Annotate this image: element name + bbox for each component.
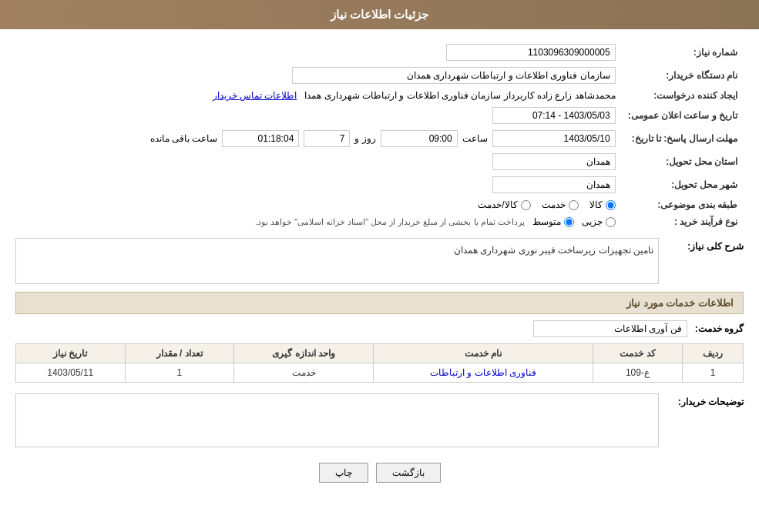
process-motawaset-label[interactable]: متوسط [532,216,574,227]
reply-days-label: روز و [354,133,375,144]
category-both-label[interactable]: کالا/خدمت [478,199,530,210]
table-row: 1 ع-109 فناوری اطلاعات و ارتباطات خدمت 1… [16,363,744,383]
city-label: شهر محل تحویل: [622,173,744,196]
process-note: پرداخت تمام یا بخشی از مبلغ خریدار از مح… [255,217,525,227]
category-label: طبقه بندی موضوعی: [622,196,744,213]
process-jozi-label[interactable]: جزیی [582,216,616,227]
services-table-header: ردیف کد خدمت نام خدمت واحد اندازه گیری ت… [16,344,744,363]
announcement-label: تاریخ و ساعت اعلان عمومی: [622,104,744,127]
col-unit: واحد اندازه گیری [233,344,373,363]
cell-service-name: فناوری اطلاعات و ارتباطات [374,363,593,383]
print-button[interactable]: چاپ [319,463,368,483]
announcement-box: 1403/05/03 - 07:14 [492,107,616,124]
city-box: همدان [492,176,616,193]
province-label: استان محل تحویل: [622,150,744,173]
requester-text: محمدشاهد زارع زاده کاربرداز سازمان فناور… [304,90,615,101]
need-desc-box: تامین تجهیزات زیرساخت فیبر نوری شهرداری … [15,238,659,284]
col-date: تاریخ نیاز [16,344,126,363]
services-header-row: ردیف کد خدمت نام خدمت واحد اندازه گیری ت… [16,344,744,363]
need-desc-text: تامین تجهیزات زیرساخت فیبر نوری شهرداری … [454,245,653,256]
reply-deadline-label: مهلت ارسال پاسخ: تا تاریخ: [622,127,744,150]
category-khedmat-label[interactable]: خدمت [542,199,579,210]
requester-value: محمدشاهد زارع زاده کاربرداز سازمان فناور… [15,87,622,104]
need-number-box: 1103096309000005 [446,44,616,61]
buyer-desc-section: توضیحات خریدار: [15,393,744,447]
buyer-org-label: نام دستگاه خریدار: [622,64,744,87]
need-number-value: 1103096309000005 [15,41,622,64]
process-type-value: جزیی متوسط پرداخت تمام یا بخشی از مبلغ خ… [15,213,622,230]
buyer-desc-label: توضیحات خریدار: [667,393,744,407]
bottom-buttons: بازگشت چاپ [15,463,744,483]
services-section-title: اطلاعات خدمات مورد نیاز [15,292,744,314]
category-khedmat-radio[interactable] [569,200,579,210]
city-value: همدان [15,173,622,196]
city-row: شهر محل تحویل: همدان [15,173,744,196]
category-row: طبقه بندی موضوعی: کالا خدمت [15,196,744,213]
back-button[interactable]: بازگشت [376,463,441,483]
reply-time-box: 09:00 [381,130,458,147]
reply-days-box: 7 [304,130,350,147]
col-quantity: تعداد / مقدار [125,344,233,363]
category-both-text: کالا/خدمت [478,199,517,210]
service-group-box: فن آوری اطلاعات [533,320,687,337]
page-wrapper: جزئیات اطلاعات نیاز شماره نیاز: 11030963… [0,0,759,532]
announcement-value: 1403/05/03 - 07:14 [15,104,622,127]
category-both-radio[interactable] [521,200,531,210]
content-area: شماره نیاز: 1103096309000005 نام دستگاه … [0,29,759,510]
buyer-org-value: سازمان فناوری اطلاعات و ارتباطات شهرداری… [15,64,622,87]
cell-unit: خدمت [233,363,373,383]
need-desc-section: شرح کلی نیاز: تامین تجهیزات زیرساخت فیبر… [15,238,744,284]
process-motawaset-radio[interactable] [564,217,574,227]
page-title: جزئیات اطلاعات نیاز [331,8,428,21]
services-table-body: 1 ع-109 فناوری اطلاعات و ارتباطات خدمت 1… [16,363,744,383]
need-desc-label: شرح کلی نیاز: [667,238,744,252]
process-type-row: نوع فرآیند خرید : جزیی متوسط پرداخت تمام… [15,213,744,230]
category-kala-text: کالا [589,199,603,210]
requester-row: ایجاد کننده درخواست: محمدشاهد زارع زاده … [15,87,744,104]
services-table: ردیف کد خدمت نام خدمت واحد اندازه گیری ت… [15,343,744,383]
category-kala-label[interactable]: کالا [589,199,616,210]
category-value: کالا خدمت کالا/خدمت [15,196,622,213]
announcement-row: تاریخ و ساعت اعلان عمومی: 1403/05/03 - 0… [15,104,744,127]
col-service-code: کد خدمت [593,344,682,363]
province-box: همدان [492,153,616,170]
buyer-org-row: نام دستگاه خریدار: سازمان فناوری اطلاعات… [15,64,744,87]
requester-link[interactable]: اطلاعات تماس خریدار [213,90,297,101]
reply-time-label: ساعت [462,133,488,144]
reply-date-box: 1403/05/10 [492,130,616,147]
process-type-label: نوع فرآیند خرید : [622,213,744,230]
buyer-desc-box [15,393,659,447]
category-khedmat-text: خدمت [542,199,566,210]
reply-remaining-box: 01:18:04 [222,130,299,147]
col-service-name: نام خدمت [374,344,593,363]
need-number-row: شماره نیاز: 1103096309000005 [15,41,744,64]
cell-row-num: 1 [683,363,744,383]
col-row-num: ردیف [683,344,744,363]
reply-remaining-label: ساعت باقی مانده [150,133,218,144]
service-group-label: گروه خدمت: [695,323,744,334]
buyer-org-box: سازمان فناوری اطلاعات و ارتباطات شهرداری… [292,67,616,84]
cell-quantity: 1 [125,363,233,383]
requester-label: ایجاد کننده درخواست: [622,87,744,104]
reply-deadline-row: مهلت ارسال پاسخ: تا تاریخ: 1403/05/10 سا… [15,127,744,150]
cell-service-code: ع-109 [593,363,682,383]
province-value: همدان [15,150,622,173]
process-motawaset-text: متوسط [532,216,561,227]
need-number-label: شماره نیاز: [622,41,744,64]
reply-deadline-value: 1403/05/10 ساعت 09:00 روز و 7 01:18:04 س… [15,127,622,150]
category-kala-radio[interactable] [606,200,616,210]
info-table: شماره نیاز: 1103096309000005 نام دستگاه … [15,41,744,230]
page-header: جزئیات اطلاعات نیاز [0,0,759,29]
province-row: استان محل تحویل: همدان [15,150,744,173]
service-group-row: گروه خدمت: فن آوری اطلاعات [15,320,744,337]
category-radio-group: کالا خدمت کالا/خدمت [22,199,616,210]
cell-date: 1403/05/11 [16,363,126,383]
process-jozi-text: جزیی [582,216,603,227]
process-jozi-radio[interactable] [606,217,616,227]
